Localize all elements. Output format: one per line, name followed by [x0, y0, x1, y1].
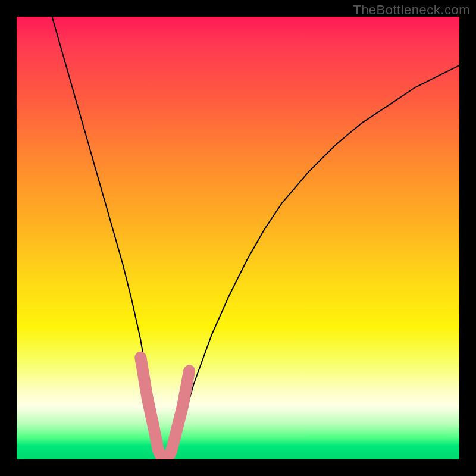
watermark-text: TheBottleneck.com [353, 2, 470, 18]
plot-area [17, 17, 459, 459]
curve-overlay [17, 17, 459, 459]
chart-frame: TheBottleneck.com [0, 0, 476, 476]
bottleneck-curve [52, 17, 459, 459]
optimal-zone-highlight [140, 358, 189, 459]
